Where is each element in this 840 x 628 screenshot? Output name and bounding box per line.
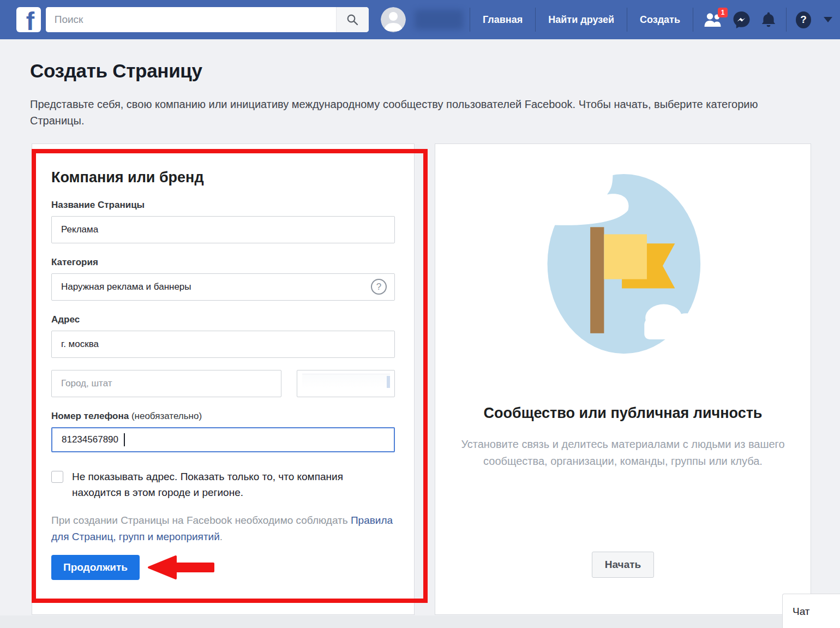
caret-down-icon	[824, 17, 832, 22]
chat-label: Чат	[793, 606, 810, 617]
business-card-title: Компания или бренд	[51, 169, 395, 186]
nav-link-find-friends[interactable]: Найти друзей	[536, 14, 627, 26]
facebook-logo-letter: f	[26, 11, 34, 32]
notifications-button[interactable]	[760, 11, 777, 28]
category-help-icon[interactable]: ?	[371, 279, 387, 295]
chat-tab[interactable]: Чат	[782, 594, 840, 628]
text-cursor	[124, 433, 125, 446]
search-box	[46, 7, 369, 32]
terms-text: При создании Страницы на Facebook необхо…	[51, 512, 395, 546]
messenger-button[interactable]	[732, 10, 751, 29]
facebook-logo[interactable]: f	[16, 7, 41, 32]
redacted-content	[302, 374, 390, 388]
hide-address-checkbox[interactable]	[51, 471, 63, 483]
bell-icon	[760, 11, 777, 28]
help-button[interactable]: ?	[796, 11, 811, 28]
start-button[interactable]: Начать	[592, 552, 654, 578]
nav-link-create[interactable]: Создать	[627, 14, 693, 26]
nav-separator	[693, 8, 693, 32]
card-community-public-figure: Сообщество или публичная личность Устано…	[435, 143, 811, 615]
continue-button[interactable]: Продолжить	[51, 555, 140, 580]
flag-illustration	[536, 166, 710, 356]
address-input[interactable]	[51, 331, 395, 358]
nav-links: Главная Найти друзей Создать	[470, 7, 693, 32]
terms-suffix: .	[220, 531, 223, 542]
page-name-input[interactable]	[51, 216, 395, 243]
annotation-arrow-icon	[147, 555, 218, 580]
nav-icons: 1 ?	[695, 8, 832, 32]
category-label: Категория	[51, 257, 395, 268]
phone-input[interactable]	[51, 427, 395, 452]
messenger-icon	[732, 10, 751, 29]
notification-badge: 1	[718, 8, 728, 17]
page-title: Создать Страницу	[0, 39, 840, 82]
hide-address-label: Не показывать адрес. Показать только то,…	[72, 469, 395, 501]
category-input[interactable]	[51, 273, 395, 301]
search-input[interactable]	[46, 7, 336, 32]
terms-prefix: При создании Страницы на Facebook необхо…	[51, 515, 351, 526]
category-cards: Компания или бренд Название Страницы Кат…	[32, 143, 840, 615]
help-icon: ?	[796, 11, 811, 28]
user-avatar[interactable]	[381, 7, 406, 32]
community-card-description: Установите связь и делитесь материалами …	[457, 436, 789, 470]
person-icon	[381, 7, 406, 32]
search-icon	[346, 13, 359, 26]
search-button[interactable]	[336, 7, 369, 32]
nav-link-home[interactable]: Главная	[470, 14, 535, 26]
address-label: Адрес	[51, 314, 395, 325]
friend-requests-button[interactable]: 1	[703, 11, 723, 28]
phone-label: Номер телефона (необязательно)	[51, 411, 395, 422]
page-name-label: Название Страницы	[51, 200, 395, 211]
account-menu-button[interactable]	[820, 17, 832, 22]
nav-separator	[786, 8, 787, 32]
top-navbar: f Главная Найти друзей Создать	[0, 0, 840, 39]
community-card-title: Сообщество или публичная личность	[435, 405, 811, 422]
phone-optional-text: (необязательно)	[131, 411, 202, 421]
page-subtitle: Представьте себя, свою компанию или иниц…	[30, 96, 789, 129]
phone-label-text: Номер телефона	[51, 411, 129, 421]
city-state-input[interactable]	[51, 370, 281, 397]
footer-strip	[0, 615, 840, 628]
card-business-brand: Компания или бренд Название Страницы Кат…	[32, 143, 415, 615]
user-name-redacted[interactable]	[415, 10, 464, 29]
